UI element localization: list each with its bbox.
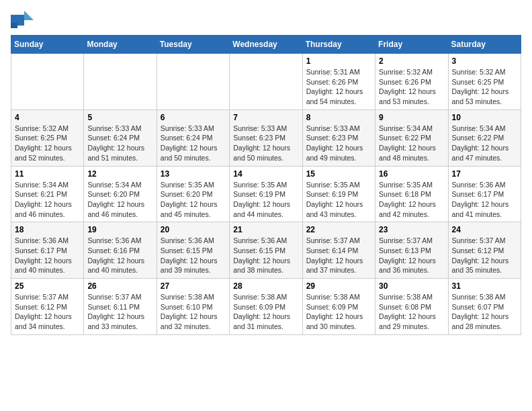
day-number: 3: [452, 56, 517, 66]
day-info: Sunrise: 5:37 AM Sunset: 6:12 PM Dayligh…: [15, 292, 80, 332]
day-number: 11: [15, 169, 80, 179]
day-number: 8: [306, 113, 371, 122]
day-number: 22: [306, 225, 371, 234]
day-number: 25: [15, 281, 80, 291]
day-info: Sunrise: 5:34 AM Sunset: 6:20 PM Dayligh…: [87, 180, 152, 220]
calendar-cell: 25Sunrise: 5:37 AM Sunset: 6:12 PM Dayli…: [11, 279, 84, 335]
calendar-cell: [157, 54, 229, 110]
day-info: Sunrise: 5:36 AM Sunset: 6:17 PM Dayligh…: [452, 180, 517, 220]
day-header-tuesday: Tuesday: [157, 36, 229, 54]
calendar-cell: 27Sunrise: 5:38 AM Sunset: 6:10 PM Dayli…: [157, 279, 229, 335]
calendar-cell: 16Sunrise: 5:35 AM Sunset: 6:18 PM Dayli…: [375, 166, 448, 222]
day-info: Sunrise: 5:33 AM Sunset: 6:23 PM Dayligh…: [306, 124, 371, 163]
day-info: Sunrise: 5:36 AM Sunset: 6:17 PM Dayligh…: [15, 236, 80, 275]
calendar-cell: 11Sunrise: 5:34 AM Sunset: 6:21 PM Dayli…: [11, 166, 84, 222]
calendar-cell: 1Sunrise: 5:31 AM Sunset: 6:26 PM Daylig…: [302, 54, 375, 110]
calendar-cell: 28Sunrise: 5:38 AM Sunset: 6:09 PM Dayli…: [230, 279, 302, 335]
logo-icon: [11, 11, 34, 30]
day-header-monday: Monday: [84, 36, 157, 54]
logo: [11, 11, 34, 30]
calendar-cell: 5Sunrise: 5:33 AM Sunset: 6:24 PM Daylig…: [84, 109, 157, 166]
day-info: Sunrise: 5:32 AM Sunset: 6:25 PM Dayligh…: [15, 124, 80, 163]
calendar-cell: 6Sunrise: 5:33 AM Sunset: 6:24 PM Daylig…: [157, 109, 229, 166]
calendar-cell: 30Sunrise: 5:38 AM Sunset: 6:08 PM Dayli…: [375, 279, 448, 335]
day-info: Sunrise: 5:38 AM Sunset: 6:07 PM Dayligh…: [452, 292, 517, 332]
calendar-cell: 4Sunrise: 5:32 AM Sunset: 6:25 PM Daylig…: [11, 109, 84, 166]
day-info: Sunrise: 5:33 AM Sunset: 6:24 PM Dayligh…: [161, 124, 226, 163]
page-header: [11, 11, 521, 30]
calendar-cell: 24Sunrise: 5:37 AM Sunset: 6:12 PM Dayli…: [448, 222, 521, 279]
day-header-sunday: Sunday: [11, 36, 84, 54]
calendar-cell: 31Sunrise: 5:38 AM Sunset: 6:07 PM Dayli…: [448, 279, 521, 335]
calendar-cell: 19Sunrise: 5:36 AM Sunset: 6:16 PM Dayli…: [84, 222, 157, 279]
day-info: Sunrise: 5:37 AM Sunset: 6:11 PM Dayligh…: [87, 292, 152, 332]
calendar-week-row: 25Sunrise: 5:37 AM Sunset: 6:12 PM Dayli…: [11, 279, 521, 335]
calendar-week-row: 1Sunrise: 5:31 AM Sunset: 6:26 PM Daylig…: [11, 54, 521, 110]
day-info: Sunrise: 5:38 AM Sunset: 6:08 PM Dayligh…: [379, 292, 444, 332]
day-number: 19: [87, 225, 152, 234]
calendar-cell: 21Sunrise: 5:36 AM Sunset: 6:15 PM Dayli…: [230, 222, 302, 279]
day-number: 29: [306, 281, 371, 291]
calendar-header-row: SundayMondayTuesdayWednesdayThursdayFrid…: [11, 36, 521, 54]
svg-rect-2: [11, 23, 17, 28]
calendar-cell: 15Sunrise: 5:35 AM Sunset: 6:19 PM Dayli…: [302, 166, 375, 222]
day-number: 6: [161, 113, 226, 122]
calendar-cell: [230, 54, 302, 110]
calendar-cell: 10Sunrise: 5:34 AM Sunset: 6:22 PM Dayli…: [448, 109, 521, 166]
day-number: 16: [379, 169, 444, 179]
calendar-cell: [11, 54, 84, 110]
day-info: Sunrise: 5:32 AM Sunset: 6:25 PM Dayligh…: [452, 67, 517, 107]
day-info: Sunrise: 5:34 AM Sunset: 6:21 PM Dayligh…: [15, 180, 80, 220]
day-info: Sunrise: 5:34 AM Sunset: 6:22 PM Dayligh…: [452, 124, 517, 163]
calendar-week-row: 18Sunrise: 5:36 AM Sunset: 6:17 PM Dayli…: [11, 222, 521, 279]
day-info: Sunrise: 5:36 AM Sunset: 6:16 PM Dayligh…: [87, 236, 152, 275]
day-info: Sunrise: 5:34 AM Sunset: 6:22 PM Dayligh…: [379, 124, 444, 163]
day-info: Sunrise: 5:35 AM Sunset: 6:19 PM Dayligh…: [306, 180, 371, 220]
calendar-cell: 22Sunrise: 5:37 AM Sunset: 6:14 PM Dayli…: [302, 222, 375, 279]
day-number: 17: [452, 169, 517, 179]
day-info: Sunrise: 5:37 AM Sunset: 6:12 PM Dayligh…: [452, 236, 517, 275]
calendar-week-row: 11Sunrise: 5:34 AM Sunset: 6:21 PM Dayli…: [11, 166, 521, 222]
calendar-cell: 20Sunrise: 5:36 AM Sunset: 6:15 PM Dayli…: [157, 222, 229, 279]
day-info: Sunrise: 5:36 AM Sunset: 6:15 PM Dayligh…: [233, 236, 298, 275]
day-number: 14: [233, 169, 298, 179]
day-number: 28: [233, 281, 298, 291]
day-number: 12: [87, 169, 152, 179]
day-info: Sunrise: 5:35 AM Sunset: 6:18 PM Dayligh…: [379, 180, 444, 220]
calendar-cell: 3Sunrise: 5:32 AM Sunset: 6:25 PM Daylig…: [448, 54, 521, 110]
calendar-cell: 7Sunrise: 5:33 AM Sunset: 6:23 PM Daylig…: [230, 109, 302, 166]
day-number: 23: [379, 225, 444, 234]
day-info: Sunrise: 5:35 AM Sunset: 6:20 PM Dayligh…: [161, 180, 226, 220]
day-number: 4: [15, 113, 80, 122]
day-info: Sunrise: 5:38 AM Sunset: 6:09 PM Dayligh…: [306, 292, 371, 332]
day-number: 27: [161, 281, 226, 291]
day-number: 18: [15, 225, 80, 234]
day-number: 7: [233, 113, 298, 122]
calendar-cell: 8Sunrise: 5:33 AM Sunset: 6:23 PM Daylig…: [302, 109, 375, 166]
svg-marker-1: [24, 11, 34, 20]
calendar-cell: 14Sunrise: 5:35 AM Sunset: 6:19 PM Dayli…: [230, 166, 302, 222]
day-number: 9: [379, 113, 444, 122]
day-info: Sunrise: 5:32 AM Sunset: 6:26 PM Dayligh…: [379, 67, 444, 107]
day-number: 26: [87, 281, 152, 291]
calendar-week-row: 4Sunrise: 5:32 AM Sunset: 6:25 PM Daylig…: [11, 109, 521, 166]
day-number: 10: [452, 113, 517, 122]
calendar-cell: 29Sunrise: 5:38 AM Sunset: 6:09 PM Dayli…: [302, 279, 375, 335]
calendar-cell: 13Sunrise: 5:35 AM Sunset: 6:20 PM Dayli…: [157, 166, 229, 222]
day-number: 2: [379, 56, 444, 66]
calendar-cell: 17Sunrise: 5:36 AM Sunset: 6:17 PM Dayli…: [448, 166, 521, 222]
day-info: Sunrise: 5:33 AM Sunset: 6:23 PM Dayligh…: [233, 124, 298, 163]
day-number: 21: [233, 225, 298, 234]
calendar-table: SundayMondayTuesdayWednesdayThursdayFrid…: [11, 35, 521, 335]
calendar-cell: [84, 54, 157, 110]
calendar-cell: 9Sunrise: 5:34 AM Sunset: 6:22 PM Daylig…: [375, 109, 448, 166]
day-number: 30: [379, 281, 444, 291]
calendar-cell: 12Sunrise: 5:34 AM Sunset: 6:20 PM Dayli…: [84, 166, 157, 222]
day-number: 13: [161, 169, 226, 179]
day-info: Sunrise: 5:35 AM Sunset: 6:19 PM Dayligh…: [233, 180, 298, 220]
calendar-cell: 18Sunrise: 5:36 AM Sunset: 6:17 PM Dayli…: [11, 222, 84, 279]
day-number: 24: [452, 225, 517, 234]
day-number: 1: [306, 56, 371, 66]
day-info: Sunrise: 5:36 AM Sunset: 6:15 PM Dayligh…: [161, 236, 226, 275]
day-header-thursday: Thursday: [302, 36, 375, 54]
